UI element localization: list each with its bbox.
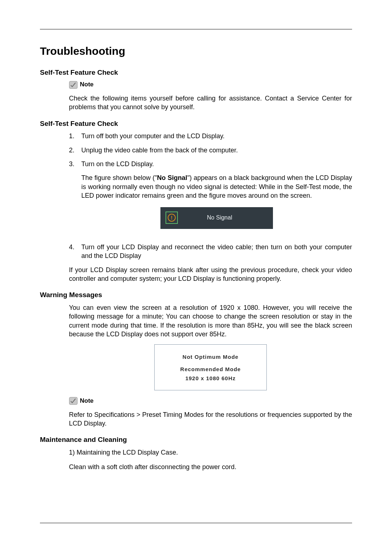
document-page: Troubleshooting Self-Test Feature Check … (0, 0, 392, 554)
bold-fragment: No Signal (157, 174, 187, 181)
step-text: Unplug the video cable from the back of … (81, 146, 352, 155)
text-fragment: The figure shown below (" (81, 174, 157, 181)
steps-list: 1. Turn off both your computer and the L… (69, 132, 352, 260)
note-text: Refer to Specifications > Preset Timing … (69, 410, 352, 428)
figure-no-signal: ! No Signal (160, 207, 273, 229)
section-heading-self-test-1: Self-Test Feature Check (40, 68, 352, 77)
step-number: 1. (69, 132, 81, 140)
step-number: 4. (69, 243, 81, 260)
bottom-rule (40, 523, 352, 523)
step-item: 2. Unplug the video cable from the back … (69, 146, 352, 155)
figure-text: No Signal (182, 214, 268, 222)
section-body: You can even view the screen at a resolu… (69, 303, 352, 428)
figure-line: Recommended Mode (156, 366, 265, 373)
step-number: 2. (69, 146, 81, 155)
note-label: Note (80, 397, 94, 405)
note-icon (69, 81, 78, 89)
step-text: Turn off your LCD Display and reconnect … (81, 243, 352, 260)
warning-icon: ! (168, 214, 176, 222)
figure-line: 1920 x 1080 60Hz (156, 375, 265, 382)
page-title: Troubleshooting (40, 44, 352, 59)
step-text-line: Turn on the LCD Display. (81, 160, 154, 168)
top-rule (40, 29, 352, 29)
step-item: 1. Turn off both your computer and the L… (69, 132, 352, 140)
step-item: 3. Turn on the LCD Display. The figure s… (69, 160, 352, 238)
section-body: Note Check the following items yourself … (69, 81, 352, 112)
figure-line: Not Optimum Mode (156, 353, 265, 361)
note-text: Check the following items yourself befor… (69, 94, 352, 112)
section-heading-maintenance: Maintenance and Cleaning (40, 435, 352, 444)
step-extra: The figure shown below ("No Signal") app… (81, 173, 352, 200)
note-label: Note (80, 81, 94, 89)
paragraph: If your LCD Display screen remains blank… (69, 266, 352, 283)
section-body: 1) Maintaining the LCD Display Case. Cle… (69, 448, 352, 472)
note-callout: Note (69, 397, 352, 405)
section-heading-warning: Warning Messages (40, 290, 352, 300)
figure-not-optimum: Not Optimum Mode Recommended Mode 1920 x… (154, 344, 267, 390)
paragraph: Clean with a soft cloth after disconnect… (69, 463, 352, 471)
step-text: Turn on the LCD Display. The figure show… (81, 160, 352, 238)
step-item: 4. Turn off your LCD Display and reconne… (69, 243, 352, 260)
note-callout: Note (69, 81, 352, 89)
step-text: Turn off both your computer and the LCD … (81, 132, 352, 140)
paragraph: 1) Maintaining the LCD Display Case. (69, 448, 352, 457)
step-number: 3. (69, 160, 81, 238)
note-icon (69, 397, 78, 405)
section-body: 1. Turn off both your computer and the L… (69, 132, 352, 283)
paragraph: You can even view the screen at a resolu… (69, 303, 352, 338)
warning-icon-frame: ! (166, 212, 178, 224)
section-heading-self-test-2: Self-Test Feature Check (40, 119, 352, 128)
